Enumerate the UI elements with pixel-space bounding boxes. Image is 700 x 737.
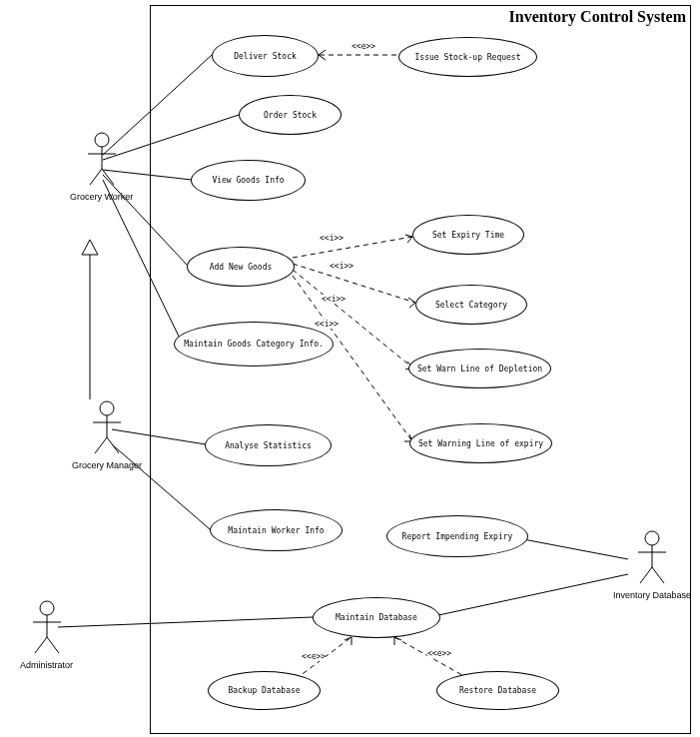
actor-label: Grocery Worker — [70, 192, 133, 202]
svg-line-33 — [47, 637, 59, 653]
actor-label: Inventory Database — [613, 590, 691, 600]
svg-line-37 — [640, 567, 652, 583]
usecase-select-category: Select Category — [415, 285, 527, 325]
usecase-set-expiry-time: Set Expiry Time — [412, 215, 524, 255]
svg-line-38 — [652, 567, 664, 583]
usecase-set-warn-expiry: Set Warning Line of expiry — [409, 423, 552, 463]
svg-point-34 — [645, 531, 659, 545]
stereotype-extend: <<e>> — [351, 42, 375, 51]
svg-point-29 — [40, 601, 54, 615]
stereotype-include: <<i>> — [320, 234, 344, 243]
usecase-view-goods-info: View Goods Info — [191, 160, 306, 201]
stereotype-include: <<i>> — [315, 320, 339, 329]
actor-inventory-database: Inventory Database — [613, 529, 691, 600]
usecase-maintain-worker-info: Maintain Worker Info — [210, 509, 343, 551]
actor-grocery-manager: Grocery Manager — [72, 399, 142, 470]
usecase-set-warn-depletion: Set Warn Line of Depletion — [408, 349, 551, 388]
usecase-issue-stockup: Issue Stock-up Request — [398, 37, 537, 77]
system-title: Inventory Control System — [509, 8, 686, 26]
usecase-order-stock: Order Stock — [239, 95, 342, 135]
stereotype-include: <<i>> — [330, 262, 353, 271]
svg-marker-18 — [82, 240, 98, 255]
stereotype-include: <<i>> — [322, 295, 346, 304]
stereotype-extend: <<e>> — [427, 649, 451, 658]
actor-icon — [632, 529, 672, 584]
actor-administrator: Administrator — [20, 599, 73, 670]
actor-icon — [27, 599, 67, 654]
svg-line-23 — [102, 169, 114, 185]
actor-label: Administrator — [20, 660, 73, 670]
svg-line-32 — [35, 637, 47, 653]
usecase-restore-db: Restore Database — [436, 671, 559, 710]
actor-icon — [82, 131, 122, 186]
usecase-add-new-goods: Add New Goods — [187, 247, 295, 287]
usecase-report-expiry: Report Impending Expiry — [386, 515, 528, 557]
svg-point-19 — [95, 133, 109, 147]
usecase-maintain-db: Maintain Database — [313, 597, 440, 638]
actor-grocery-worker: Grocery Worker — [70, 131, 133, 202]
actor-icon — [87, 399, 127, 454]
svg-line-27 — [95, 437, 107, 453]
usecase-backup-db: Backup Database — [208, 671, 321, 710]
svg-line-22 — [90, 169, 102, 185]
actor-label: Grocery Manager — [72, 460, 142, 470]
svg-line-28 — [107, 437, 119, 453]
stereotype-extend: <<e>> — [302, 652, 326, 661]
diagram-canvas: Inventory Control System — [0, 0, 700, 737]
usecase-deliver-stock: Deliver Stock — [212, 35, 319, 77]
usecase-maintain-goods-cat: Maintain Goods Category Info. — [174, 322, 334, 367]
svg-point-24 — [100, 401, 114, 415]
usecase-analyse-stats: Analyse Statistics — [205, 424, 332, 466]
